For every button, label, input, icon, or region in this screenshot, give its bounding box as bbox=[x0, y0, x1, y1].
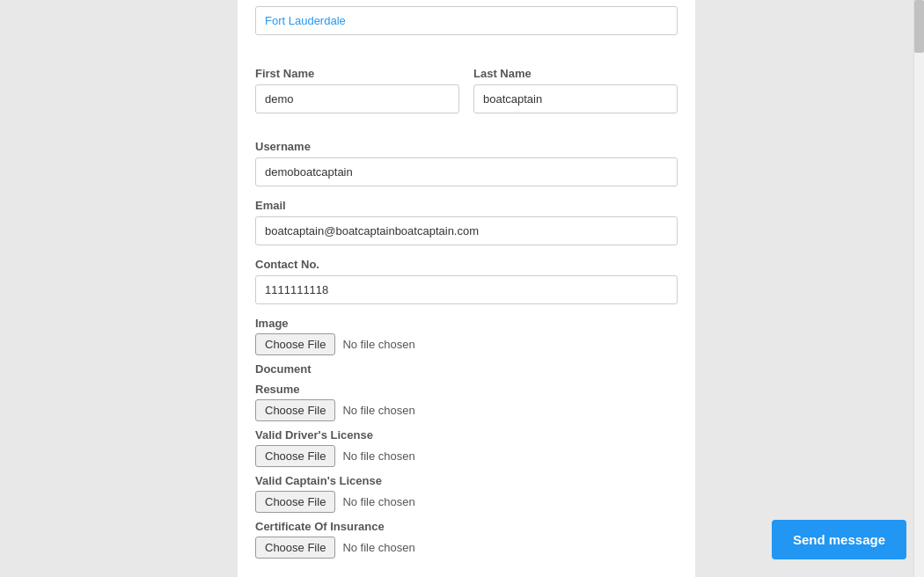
image-no-file-text: No file chosen bbox=[342, 338, 414, 351]
email-label: Email bbox=[255, 199, 678, 212]
email-group: Email bbox=[255, 199, 678, 245]
drivers-license-label: Valid Driver's License bbox=[255, 428, 678, 442]
contact-input[interactable] bbox=[255, 275, 678, 304]
image-file-row: Choose File No file chosen bbox=[255, 333, 678, 355]
drivers-license-no-file-text: No file chosen bbox=[342, 449, 414, 463]
insurance-group: Certificate Of Insurance Choose File No … bbox=[255, 520, 678, 559]
insurance-choose-file-button[interactable]: Choose File bbox=[255, 537, 335, 559]
image-choose-file-button[interactable]: Choose File bbox=[255, 333, 335, 355]
send-message-button[interactable]: Send message bbox=[772, 520, 906, 559]
captains-license-no-file-text: No file chosen bbox=[342, 495, 414, 508]
username-label: Username bbox=[255, 140, 678, 153]
main-content: First Name Last Name Username Email bbox=[238, 0, 695, 577]
contact-label: Contact No. bbox=[255, 258, 678, 271]
scrollbar[interactable] bbox=[913, 0, 924, 577]
captains-license-label: Valid Captain's License bbox=[255, 474, 678, 487]
right-sidebar: Send message bbox=[695, 0, 924, 577]
resume-no-file-text: No file chosen bbox=[342, 404, 414, 417]
insurance-file-row: Choose File No file chosen bbox=[255, 537, 678, 559]
image-label: Image bbox=[255, 317, 678, 330]
left-sidebar bbox=[0, 0, 238, 577]
last-name-group: Last Name bbox=[473, 67, 678, 113]
drivers-license-group: Valid Driver's License Choose File No fi… bbox=[255, 428, 678, 467]
email-input[interactable] bbox=[255, 216, 678, 245]
insurance-label: Certificate Of Insurance bbox=[255, 520, 678, 533]
resume-label: Resume bbox=[255, 383, 678, 396]
first-name-input[interactable] bbox=[255, 84, 459, 113]
captains-license-choose-file-button[interactable]: Choose File bbox=[255, 491, 335, 513]
image-group: Image Choose File No file chosen bbox=[255, 317, 678, 355]
resume-file-row: Choose File No file chosen bbox=[255, 399, 678, 421]
resume-group: Resume Choose File No file chosen bbox=[255, 383, 678, 421]
resume-choose-file-button[interactable]: Choose File bbox=[255, 399, 335, 421]
document-section-label: Document bbox=[255, 362, 678, 376]
first-name-label: First Name bbox=[255, 67, 459, 80]
form-section: First Name Last Name Username Email bbox=[255, 0, 678, 559]
username-input[interactable] bbox=[255, 157, 678, 186]
captains-license-group: Valid Captain's License Choose File No f… bbox=[255, 474, 678, 513]
contact-group: Contact No. bbox=[255, 258, 678, 304]
captains-license-file-row: Choose File No file chosen bbox=[255, 491, 678, 513]
last-name-label: Last Name bbox=[473, 67, 678, 80]
insurance-no-file-text: No file chosen bbox=[342, 541, 414, 554]
city-input[interactable] bbox=[255, 6, 678, 35]
last-name-input[interactable] bbox=[473, 84, 678, 113]
username-group: Username bbox=[255, 140, 678, 186]
drivers-license-choose-file-button[interactable]: Choose File bbox=[255, 445, 335, 467]
scrollbar-thumb[interactable] bbox=[914, 0, 924, 53]
name-row: First Name Last Name bbox=[255, 67, 678, 126]
drivers-license-file-row: Choose File No file chosen bbox=[255, 445, 678, 467]
first-name-group: First Name bbox=[255, 67, 459, 113]
page-wrapper: First Name Last Name Username Email bbox=[0, 0, 924, 577]
